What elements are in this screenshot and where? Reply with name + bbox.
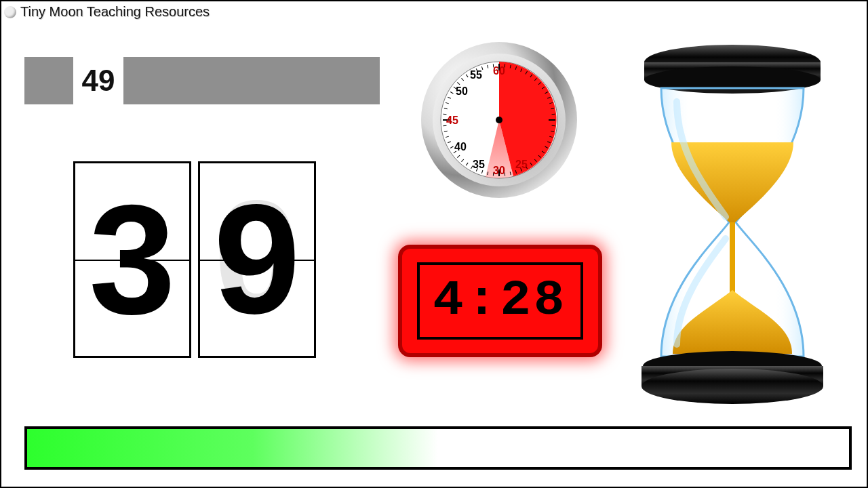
hourglass-icon [624,41,841,407]
stopwatch-label: 45 [446,115,458,126]
stopwatch-label: 60 [493,65,505,77]
moon-icon [4,6,16,18]
brand-header: Tiny Moon Teaching Resources [4,4,210,20]
stopwatch-timer[interactable]: 60 55 50 45 40 35 30 25 [420,41,578,199]
number-strip-value: 49 [73,57,123,104]
flip-card: 0 9 [198,161,316,358]
flip-clock-timer[interactable]: 3 0 9 [73,161,316,358]
number-strip-right-block [123,57,380,104]
number-strip-left-block [24,57,73,104]
digital-timer-display: 4:28 [433,273,567,329]
stopwatch-icon: 60 55 50 45 40 35 30 25 [420,41,578,199]
flip-card: 3 [73,161,191,358]
flip-digit: 9 [214,182,300,338]
stopwatch-label: 30 [493,165,505,176]
stopwatch-label: 40 [454,141,467,152]
stopwatch-label: 55 [470,69,482,81]
stopwatch-label: 25 [515,159,528,170]
digital-timer[interactable]: 4:28 [398,245,602,357]
progress-bar-fill [27,429,438,467]
brand-title: Tiny Moon Teaching Resources [20,4,210,20]
stopwatch-label: 50 [456,85,468,97]
progress-bar-timer[interactable] [24,426,852,470]
hourglass-timer[interactable] [624,41,841,407]
svg-point-8 [496,117,502,123]
number-strip-timer[interactable]: 49 [24,57,380,104]
flip-digit: 3 [89,182,176,338]
stopwatch-label: 35 [473,159,485,170]
svg-point-15 [642,369,823,404]
